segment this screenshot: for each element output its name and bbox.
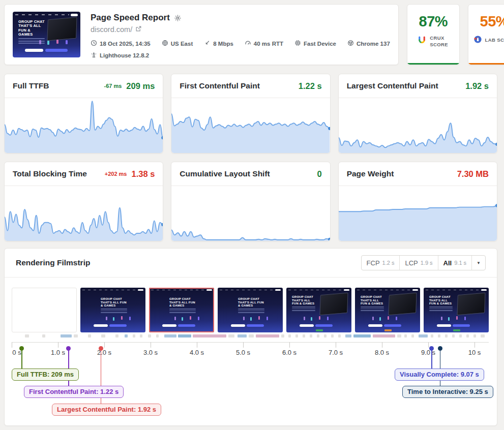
filmstrip-title: Rendering Filmstrip xyxy=(16,258,90,267)
metric-card-first-contentful-paint[interactable]: First Contentful Paint 1.22 s xyxy=(171,74,330,153)
test-bandwidth: 8 Mbps xyxy=(204,40,233,47)
lab-score-label: LAB SCORE xyxy=(485,37,504,44)
axis-tick-label: 5.0 s xyxy=(236,349,250,356)
report-header-card: GROUP CHAT THAT'S ALL FUN & GAMES Page S… xyxy=(4,4,399,65)
frame-hero-text: GROUP CHAT THAT'S ALL FUN & GAMES xyxy=(292,295,315,311)
marker-label-visually-complete: Visually Complete: 9.07 s xyxy=(395,368,484,381)
metric-value: 1.22 s xyxy=(299,81,322,91)
frame-hero-text: GROUP CHAT THAT'S ALL FUN & GAMES xyxy=(169,297,196,313)
metric-value: 7.30 MB xyxy=(457,169,489,179)
frame-badge xyxy=(316,329,323,331)
metric-card-total-blocking-time[interactable]: Total Blocking Time +202 ms 1.38 s xyxy=(4,162,163,241)
frame-cta-buttons xyxy=(300,324,333,327)
axis-tick-label: 7.0 s xyxy=(329,349,343,356)
filmstrip-range-button-group: FCP 1.2 s LCP 1.9 s All 9.1 s ▼ xyxy=(361,255,486,270)
timeline-axis xyxy=(12,342,489,343)
frame-navbar xyxy=(288,289,349,291)
page-speed-report-page: GROUP CHAT THAT'S ALL FUN & GAMES Page S… xyxy=(0,0,504,430)
frame-monitor-graphic xyxy=(457,292,485,315)
range-button-fcp[interactable]: FCP 1.2 s xyxy=(362,256,400,270)
metric-delta: +202 ms xyxy=(105,171,127,177)
frame-characters xyxy=(174,317,176,320)
frame-monitor-graphic xyxy=(319,292,348,315)
frame-hero-text: GROUP CHAT THAT'S ALL FUN & GAMES xyxy=(238,297,264,313)
mini-request-waterfall xyxy=(12,334,489,338)
filmstrip-frame[interactable]: GROUP CHAT THAT'S ALL FUN & GAMES xyxy=(80,288,145,332)
frame-navbar xyxy=(82,289,143,291)
test-browser: Chrome 137 xyxy=(347,40,390,47)
metric-value: 209 ms xyxy=(126,81,155,91)
filmstrip-frame[interactable] xyxy=(12,288,77,332)
metric-sparkline-chart xyxy=(339,187,497,241)
metric-value: 1.92 s xyxy=(465,81,489,91)
lighthouse-version-row: Lighthouse 12.8.2 xyxy=(91,51,390,59)
frame-badge xyxy=(453,329,460,331)
report-header-info: Page Speed Report discord.com/ xyxy=(91,12,390,57)
site-thumbnail: GROUP CHAT THAT'S ALL FUN & GAMES xyxy=(13,12,80,57)
metrics-grid: Full TTFB -67 ms 209 ms First Contentful… xyxy=(4,74,497,241)
metric-sparkline-chart xyxy=(5,99,163,153)
metric-name: Full TTFB xyxy=(13,81,104,90)
metric-name: Total Blocking Time xyxy=(13,169,105,178)
test-config-row: 18 Oct 2025, 14:35 US East 8 Mbps 40 ms … xyxy=(91,40,390,47)
bandwidth-icon xyxy=(204,40,211,47)
marker-label-largest-contentful-paint: Largest Contentful Paint: 1.92 s xyxy=(52,404,161,416)
filmstrip-frame[interactable]: GROUP CHAT THAT'S ALL FUN & GAMES xyxy=(149,288,214,332)
crux-score-label: CRUX SCORE xyxy=(430,35,449,48)
filmstrip-frame[interactable]: GROUP CHAT THAT'S ALL FUN & GAMES xyxy=(218,288,283,332)
frame-characters xyxy=(372,317,374,320)
axis-tick-label: 4.0 s xyxy=(190,349,204,356)
crux-score-card: 87% CRUX SCORE xyxy=(407,4,460,65)
site-url-link[interactable]: discord.com/ xyxy=(91,25,390,34)
marker-label-full-ttfb: Full TTFB: 209 ms xyxy=(12,368,79,381)
thumbnail-cta-buttons xyxy=(25,49,68,52)
metric-name: Largest Contentful Paint xyxy=(347,81,461,90)
metric-name: Cumulative Layout Shift xyxy=(180,169,312,178)
metric-card-full-ttfb[interactable]: Full TTFB -67 ms 209 ms xyxy=(4,74,163,153)
lighthouse-logo-icon xyxy=(473,35,482,46)
frame-hero-text: GROUP CHAT THAT'S ALL FUN & GAMES xyxy=(101,297,127,313)
timeline-marker-dot xyxy=(99,346,103,351)
external-link-icon xyxy=(135,25,142,34)
page-title: Page Speed Report xyxy=(91,13,170,23)
filmstrip-body: GROUP CHAT THAT'S ALL FUN & GAMES GROUP … xyxy=(5,278,497,426)
clock-icon xyxy=(91,40,97,47)
axis-tick-label: 3.0 s xyxy=(143,349,158,356)
timeline-marker-dot xyxy=(438,346,442,351)
device-chip-icon xyxy=(294,40,301,47)
filmstrip-frame[interactable]: GROUP CHAT THAT'S ALL FUN & GAMES xyxy=(286,288,351,332)
filmstrip-frame[interactable]: GROUP CHAT THAT'S ALL FUN & GAMES xyxy=(355,288,420,332)
range-button-all[interactable]: All 9.1 s xyxy=(438,256,471,270)
range-button-lcp[interactable]: LCP 1.9 s xyxy=(399,256,437,270)
lighthouse-version: Lighthouse 12.8.2 xyxy=(91,51,149,59)
lab-score-card: 55% LAB SCORE xyxy=(468,4,504,65)
test-region: US East xyxy=(162,40,193,47)
thumbnail-navbar xyxy=(15,14,78,16)
test-device: Fast Device xyxy=(294,40,336,47)
metric-delta: -67 ms xyxy=(104,83,122,89)
frame-hero-text: GROUP CHAT THAT'S ALL FUN & GAMES xyxy=(361,295,384,311)
frame-cta-buttons xyxy=(162,324,195,327)
frame-characters xyxy=(106,317,107,320)
frame-cta-buttons xyxy=(231,324,264,327)
crux-score-value: 87% xyxy=(407,13,459,30)
metric-card-page-weight[interactable]: Page Weight 7.30 MB xyxy=(338,162,497,241)
thumbnail-characters xyxy=(39,40,41,44)
metric-card-largest-contentful-paint[interactable]: Largest Contentful Paint 1.92 s xyxy=(338,74,497,153)
filmstrip-frame[interactable]: GROUP CHAT THAT'S ALL FUN & GAMES xyxy=(424,288,489,332)
frame-characters xyxy=(441,317,442,320)
metric-sparkline-chart xyxy=(5,187,163,241)
frame-characters xyxy=(304,317,305,320)
frame-characters xyxy=(243,317,245,320)
metric-card-cumulative-layout-shift[interactable]: Cumulative Layout Shift 0 xyxy=(171,162,330,241)
frame-cta-buttons xyxy=(94,324,127,327)
axis-tick-label: 6.0 s xyxy=(282,349,297,356)
test-latency: 40 ms RTT xyxy=(245,40,283,47)
settings-gear-icon[interactable] xyxy=(174,14,182,22)
range-dropdown-caret[interactable]: ▼ xyxy=(471,256,485,270)
metric-value: 1.38 s xyxy=(131,169,155,179)
frame-navbar xyxy=(220,289,281,291)
metric-value: 0 xyxy=(317,169,321,179)
filmstrip-header: Rendering Filmstrip FCP 1.2 s LCP 1.9 s … xyxy=(5,249,497,278)
frame-monitor-graphic xyxy=(388,292,417,315)
